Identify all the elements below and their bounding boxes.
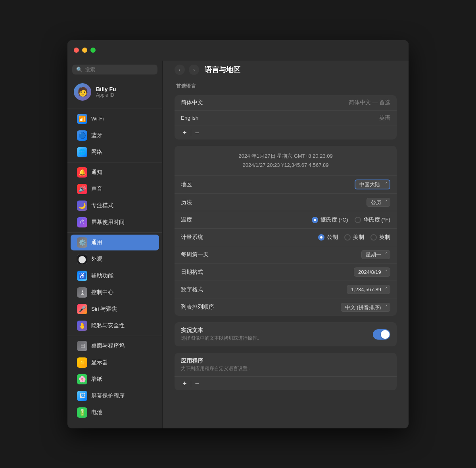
remove-app-button[interactable]: −	[192, 379, 203, 388]
sidebar-item-privacy[interactable]: 🤚 隐私与安全性	[71, 318, 159, 334]
measurement-metric-option[interactable]: 公制	[318, 234, 338, 241]
temperature-celsius-option[interactable]: 摄氏度 (°C)	[312, 216, 348, 223]
temperature-label: 温度	[181, 216, 192, 223]
list-sort-select[interactable]: 中文 (拼音排序)	[341, 303, 390, 312]
sidebar-label-privacy: 隐私与安全性	[91, 322, 125, 329]
sidebar-item-bluetooth[interactable]: 🔵 蓝牙	[71, 128, 159, 143]
sidebar-divider-4	[67, 336, 162, 336]
live-text-title: 实况文本	[181, 327, 262, 334]
temperature-celsius-radio[interactable]	[312, 217, 318, 223]
region-select-wrapper[interactable]: 中国大陆	[355, 180, 390, 189]
list-sort-select-wrapper[interactable]: 中文 (拼音排序)	[341, 303, 390, 312]
language-row-2[interactable]: English 英语	[175, 111, 397, 126]
sidebar-item-appearance[interactable]: ⬤ 外观	[71, 251, 159, 267]
avatar: 🧑	[74, 83, 91, 101]
live-text-toggle[interactable]	[373, 329, 390, 340]
user-profile[interactable]: 🧑 Billy Fu Apple ID	[67, 80, 162, 107]
calendar-select[interactable]: 公历	[367, 198, 390, 207]
sidebar-item-screentime[interactable]: ⏱ 屏幕使用时间	[71, 214, 159, 230]
wallpaper-icon: 🌸	[77, 374, 87, 384]
search-icon: 🔍	[76, 67, 83, 73]
sidebar-item-battery[interactable]: 🔋 电池	[71, 405, 159, 420]
sidebar-item-siri[interactable]: 🎤 Siri 与聚焦	[71, 301, 159, 317]
first-day-select-wrapper[interactable]: 星期一	[361, 250, 390, 259]
number-format-select-wrapper[interactable]: 1,234,567.89	[347, 285, 390, 294]
measurement-imperial-option[interactable]: 美制	[344, 234, 364, 241]
measurement-metric-radio[interactable]	[318, 234, 324, 241]
divider-apps	[191, 380, 191, 387]
date-format-select[interactable]: 2024/8/19	[354, 267, 390, 277]
sidebar-item-accessibility[interactable]: ♿ 辅助功能	[71, 268, 159, 284]
sidebar-item-general[interactable]: ⚙️ 通用	[71, 235, 159, 250]
calendar-row: 历法 公历	[175, 194, 397, 211]
sidebar-divider-1	[67, 109, 162, 109]
siri-icon: 🎤	[77, 304, 87, 314]
search-box[interactable]: 🔍	[72, 65, 157, 74]
sidebar-item-screensaver[interactable]: 🖼 屏幕保护程序	[71, 388, 159, 404]
preview-line-2: 2024/1/27 20:23 ¥12,345.67 4,567.89	[181, 160, 390, 170]
sidebar-label-notify: 通知	[91, 169, 102, 176]
sidebar-item-notify[interactable]: 🔔 通知	[71, 164, 159, 180]
user-info: Billy Fu Apple ID	[96, 86, 116, 98]
sidebar-label-screensaver: 屏幕保护程序	[91, 392, 125, 399]
language-row-1[interactable]: 简体中文 简体中文 — 首选	[175, 95, 397, 111]
add-app-button[interactable]: +	[179, 379, 190, 388]
appearance-icon: ⬤	[77, 254, 87, 264]
measurement-imperial-label: 美制	[353, 234, 364, 241]
number-format-select[interactable]: 1,234,567.89	[347, 285, 390, 294]
temperature-row: 温度 摄氏度 (°C) 华氏度 (°F)	[175, 211, 397, 229]
forward-button[interactable]: ›	[189, 65, 199, 75]
sidebar-item-display[interactable]: ☀️ 显示器	[71, 355, 159, 371]
sidebar-item-desktop[interactable]: 🖥 桌面与程序坞	[71, 338, 159, 354]
sidebar-label-network: 网络	[91, 149, 102, 156]
apple-id-label: Apple ID	[96, 92, 116, 98]
screentime-icon: ⏱	[77, 217, 87, 227]
temperature-celsius-label: 摄氏度 (°C)	[321, 216, 348, 223]
user-name: Billy Fu	[96, 86, 116, 92]
region-select[interactable]: 中国大陆	[355, 180, 390, 189]
sidebar-item-network[interactable]: 🌐 网络	[71, 144, 159, 160]
language-name-2: English	[181, 115, 198, 121]
remove-language-button[interactable]: −	[192, 128, 203, 137]
calendar-label: 历法	[181, 199, 192, 206]
sidebar-item-wallpaper[interactable]: 🌸 墙纸	[71, 371, 159, 387]
control-icon: 🎛	[77, 287, 87, 298]
close-button[interactable]	[74, 48, 79, 53]
notify-icon: 🔔	[77, 167, 87, 178]
sidebar-label-control: 控制中心	[91, 289, 113, 296]
sidebar-item-control[interactable]: 🎛 控制中心	[71, 285, 159, 300]
temperature-fahrenheit-label: 华氏度 (°F)	[363, 216, 390, 223]
first-day-row: 每周第一天 星期一	[175, 246, 397, 264]
divider	[191, 130, 191, 136]
search-input[interactable]	[85, 67, 154, 73]
measurement-label: 计量系统	[181, 234, 203, 241]
calendar-select-wrapper[interactable]: 公历	[367, 198, 390, 207]
traffic-lights	[74, 48, 96, 53]
screensaver-icon: 🖼	[77, 391, 87, 401]
temperature-fahrenheit-option[interactable]: 华氏度 (°F)	[355, 216, 390, 223]
temperature-fahrenheit-radio[interactable]	[355, 217, 361, 223]
main-content: ‹ › 语言与地区 首选语言 简体中文 简体中文 — 首选 English 英语…	[163, 40, 409, 428]
measurement-imperial-radio[interactable]	[344, 234, 351, 241]
add-language-button[interactable]: +	[179, 128, 190, 137]
sidebar-divider-3	[67, 232, 162, 233]
number-format-row: 数字格式 1,234,567.89	[175, 281, 397, 298]
maximize-button[interactable]	[90, 48, 96, 53]
date-format-label: 日期格式	[181, 269, 203, 276]
first-day-select[interactable]: 星期一	[361, 250, 390, 259]
minimize-button[interactable]	[82, 48, 87, 53]
sidebar-item-wifi[interactable]: 📶 Wi-Fi	[71, 111, 159, 127]
sidebar-item-focus[interactable]: 🌙 专注模式	[71, 198, 159, 214]
date-format-select-wrapper[interactable]: 2024/8/19	[354, 267, 390, 277]
back-button[interactable]: ‹	[175, 65, 185, 75]
live-text-section: 实况文本 选择图像中的文本以拷贝或进行操作。	[175, 322, 397, 346]
accessibility-icon: ♿	[77, 271, 87, 281]
measurement-row: 计量系统 公制 美制 英制	[175, 229, 397, 246]
sound-icon: 🔊	[77, 184, 87, 194]
privacy-icon: 🤚	[77, 321, 87, 331]
sidebar-label-battery: 电池	[91, 409, 102, 416]
sidebar-label-screentime: 屏幕使用时间	[91, 219, 125, 226]
measurement-uk-option[interactable]: 英制	[370, 234, 390, 241]
sidebar-item-sound[interactable]: 🔊 声音	[71, 181, 159, 197]
measurement-uk-radio[interactable]	[370, 234, 377, 241]
